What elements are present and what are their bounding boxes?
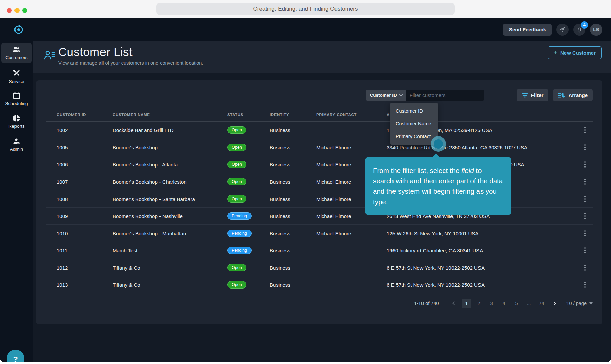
column-header-customer-name: CUSTOMER NAME — [113, 113, 227, 122]
cell-customer-name: Boomer's Bookshop - Atlanta — [113, 156, 227, 173]
page-number-button[interactable]: 4 — [499, 299, 509, 308]
tooltip-arrow — [432, 153, 440, 157]
tools-icon — [12, 69, 21, 77]
row-actions-menu-button[interactable] — [581, 212, 589, 220]
cell-customer-id: 1009 — [46, 208, 113, 225]
row-actions-menu-button[interactable] — [581, 177, 589, 186]
page-number-button[interactable]: 5 — [512, 299, 521, 308]
window-title: Creating, Editing, and Finding Customers — [156, 3, 455, 15]
sidebar-item-service[interactable]: Service — [1, 66, 32, 87]
cell-address: 125 W 26th St New York, NY 10001 USA — [387, 225, 570, 242]
new-customer-button[interactable]: + New Customer — [548, 46, 602, 59]
filter-button[interactable]: Filter — [517, 89, 549, 101]
filter-field-option[interactable]: Primary Contact — [390, 130, 438, 143]
status-badge: Pending — [227, 230, 252, 237]
status-badge: Open — [227, 161, 246, 168]
send-feedback-button[interactable]: Send Feedback — [503, 24, 552, 36]
cell-customer-id: 1007 — [46, 173, 113, 190]
sidebar-item-label: Admin — [10, 147, 23, 152]
row-actions-menu-button[interactable] — [581, 126, 589, 134]
next-page-button[interactable] — [549, 299, 559, 308]
status-badge: Open — [227, 144, 246, 151]
cell-customer-id: 1008 — [46, 190, 113, 208]
calendar-icon — [13, 92, 20, 99]
pagination-range-label: 1-10 of 740 — [414, 301, 439, 306]
cell-primary-contact — [316, 276, 387, 294]
share-button[interactable] — [556, 24, 569, 36]
status-badge: Open — [227, 126, 246, 134]
row-actions-menu-button[interactable] — [581, 263, 589, 272]
row-actions-menu-button[interactable] — [581, 160, 589, 169]
status-badge: Open — [227, 195, 246, 203]
page-number-button[interactable]: 1 — [462, 299, 471, 308]
app-window: Creating, Editing, and Finding Customers… — [0, 0, 611, 362]
table-row[interactable]: 1011 March Test Pending Business 1960 hi… — [46, 242, 593, 259]
cell-identity: Business — [270, 139, 316, 156]
cell-identity: Business — [270, 276, 316, 294]
cell-primary-contact — [316, 259, 387, 276]
row-actions-menu-button[interactable] — [581, 229, 589, 238]
notification-badge: 4 — [581, 21, 588, 29]
fullscreen-window-button[interactable] — [22, 8, 27, 13]
table-row[interactable]: 1005 Boomer's Bookshop Open Business Mic… — [46, 139, 593, 156]
page-number-button[interactable]: 74 — [537, 299, 546, 308]
row-actions-menu-button[interactable] — [581, 280, 589, 289]
close-window-button[interactable] — [7, 8, 12, 13]
chevron-down-icon — [399, 93, 403, 96]
filter-field-option[interactable]: Customer ID — [390, 104, 438, 117]
previous-page-button[interactable] — [449, 299, 459, 308]
chevron-left-icon — [452, 301, 456, 305]
table-row[interactable]: 1010 Boomer's Bookshop - Manhattan Pendi… — [46, 225, 593, 242]
table-row[interactable]: 1002 Dockside Bar and Grill LTD Open Bus… — [46, 122, 593, 139]
row-actions-menu-button[interactable] — [581, 246, 589, 255]
cell-customer-id: 1002 — [46, 122, 113, 139]
sidebar-item-customers[interactable]: Customers — [1, 43, 32, 63]
sidebar-item-admin[interactable]: Admin — [1, 134, 32, 155]
caret-down-icon — [589, 302, 593, 304]
table-row[interactable]: 1013 Tiffany & Co Open Business 6 E 57th… — [46, 276, 593, 294]
cell-customer-id: 1011 — [46, 242, 113, 259]
page-subtitle: View and manage all of your customers in… — [58, 60, 203, 66]
column-header-customer-id: CUSTOMER ID — [46, 113, 113, 122]
filter-field-option[interactable]: Customer Name — [390, 117, 438, 130]
table-row[interactable]: 1012 Tiffany & Co Open Business 6 E 57th… — [46, 259, 593, 276]
row-actions-menu-button[interactable] — [581, 143, 589, 152]
notifications-button[interactable]: 4 — [573, 24, 585, 36]
cell-identity: Business — [270, 190, 316, 208]
cell-identity: Business — [270, 173, 316, 190]
filter-search-input[interactable] — [406, 90, 484, 101]
cell-customer-name: Boomer's Bookshop - Manhattan — [113, 225, 227, 242]
page-header: Customer List View and manage all of you… — [33, 41, 611, 73]
cell-customer-id: 1012 — [46, 259, 113, 276]
filter-field-select[interactable]: Customer ID — [366, 90, 406, 101]
cursor-indicator — [431, 136, 446, 152]
admin-icon — [13, 138, 20, 145]
paper-plane-icon — [559, 27, 565, 33]
tooltip-italic-word: field — [461, 166, 474, 174]
minimize-window-button[interactable] — [14, 8, 20, 13]
sidebar-item-reports[interactable]: Reports — [1, 112, 32, 132]
page-number-button[interactable]: 2 — [474, 299, 484, 308]
sidebar-item-label: Scheduling — [5, 101, 28, 106]
user-avatar[interactable]: LB — [590, 24, 602, 36]
filter-icon — [522, 93, 528, 98]
table-header-row: CUSTOMER ID CUSTOMER NAME STATUS IDENTIT… — [46, 113, 593, 122]
arrange-button[interactable]: Arrange — [553, 89, 593, 101]
main-content: Customer ID Filter Arrange CUSTOMER I — [33, 73, 611, 362]
page-size-select[interactable]: 10 / page — [566, 301, 593, 306]
sidebar-item-scheduling[interactable]: Scheduling — [1, 89, 32, 109]
plus-icon: + — [553, 49, 557, 56]
cell-identity: Business — [270, 122, 316, 139]
page-number-button[interactable]: ... — [524, 299, 534, 308]
cell-customer-name: Dockside Bar and Grill LTD — [113, 122, 227, 139]
cell-customer-id: 1013 — [46, 276, 113, 294]
status-badge: Open — [227, 264, 246, 271]
row-actions-menu-button[interactable] — [581, 194, 589, 203]
cell-address: 6 E 57th St New York, NY 10022-2502 USA — [387, 259, 570, 276]
cell-identity: Business — [270, 156, 316, 173]
page-number-button[interactable]: 3 — [487, 299, 496, 308]
column-header-identity: IDENTITY — [270, 113, 316, 122]
pie-chart-icon — [13, 115, 20, 122]
page-title: Customer List — [58, 45, 133, 59]
tooltip-text-before: From the filter list, select the — [373, 166, 461, 174]
